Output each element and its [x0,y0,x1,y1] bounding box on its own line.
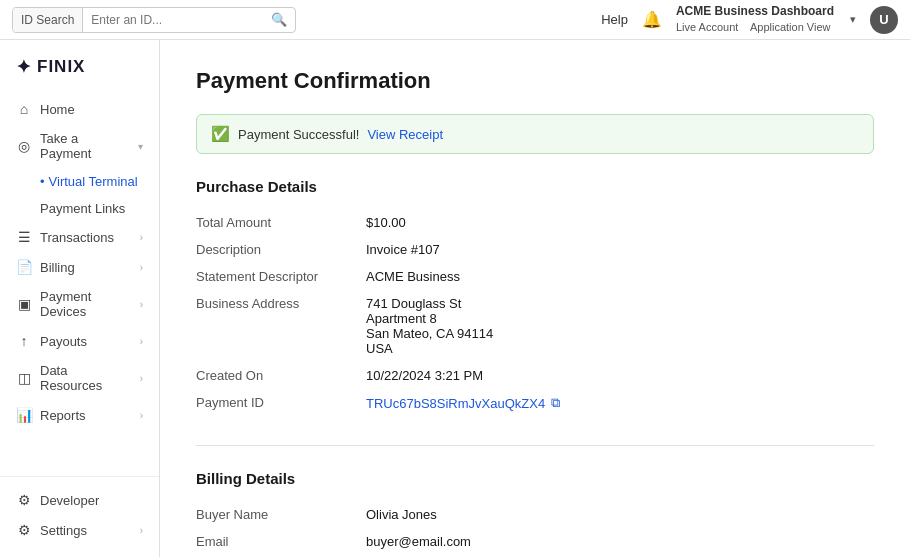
data-resources-chevron-icon: › [140,373,143,384]
help-link[interactable]: Help [601,12,628,27]
field-label-total-amount: Total Amount [196,209,366,236]
sidebar-item-payouts[interactable]: ↑ Payouts › [0,326,159,356]
table-row: Business Address 741 Douglass StApartmen… [196,290,874,362]
data-icon: ◫ [16,370,32,386]
field-value-description: Invoice #107 [366,236,874,263]
transactions-chevron-icon: › [140,232,143,243]
table-row: Email buyer@email.com [196,528,874,555]
copy-icon[interactable]: ⧉ [551,395,560,411]
field-label-email: Email [196,528,366,555]
account-name: ACME Business Dashboard [676,3,834,20]
field-label-created-on: Created On [196,362,366,389]
sidebar-item-settings[interactable]: ⚙ Settings › [0,515,159,545]
field-value-business-address: 741 Douglass StApartment 8San Mateo, CA … [366,290,874,362]
field-label-business-address: Business Address [196,290,366,362]
account-chevron-icon[interactable]: ▾ [850,13,856,26]
live-account-label: Live Account [676,21,738,33]
reports-chevron-icon: › [140,410,143,421]
settings-chevron-icon: › [140,525,143,536]
topbar: ID Search 🔍 Help 🔔 ACME Business Dashboa… [0,0,910,40]
bell-icon[interactable]: 🔔 [642,10,662,29]
sidebar-item-payment-links[interactable]: Payment Links [0,195,159,222]
success-message: Payment Successful! [238,127,359,142]
purchase-details-table: Total Amount $10.00 Description Invoice … [196,209,874,417]
take-a-payment-chevron-icon: ▾ [138,141,143,152]
table-row: Buyer Name Olivia Jones [196,501,874,528]
devices-chevron-icon: › [140,299,143,310]
page-title: Payment Confirmation [196,68,874,94]
sidebar-item-home[interactable]: ⌂ Home [0,94,159,124]
sidebar-label-billing: Billing [40,260,132,275]
sidebar-item-take-a-payment[interactable]: ◎ Take a Payment ▾ [0,124,159,168]
logo: ✦ FINIX [0,52,159,94]
avatar[interactable]: U [870,6,898,34]
devices-icon: ▣ [16,296,32,312]
table-row: Created On 10/22/2024 3:21 PM [196,362,874,389]
main-content: Payment Confirmation ✅ Payment Successfu… [160,40,910,557]
account-info: ACME Business Dashboard Live Account App… [676,3,834,35]
billing-chevron-icon: › [140,262,143,273]
payouts-chevron-icon: › [140,336,143,347]
sidebar-label-reports: Reports [40,408,132,423]
id-search-label: ID Search [13,8,83,32]
billing-details-table: Buyer Name Olivia Jones Email buyer@emai… [196,501,874,557]
transactions-icon: ☰ [16,229,32,245]
sidebar-label-transactions: Transactions [40,230,132,245]
account-sub: Live Account Application View [676,20,834,35]
field-label-statement-descriptor: Statement Descriptor [196,263,366,290]
logo-text: FINIX [37,57,85,77]
table-row: Description Invoice #107 [196,236,874,263]
sidebar-label-home: Home [40,102,143,117]
sidebar-item-billing[interactable]: 📄 Billing › [0,252,159,282]
field-label-buyer-name: Buyer Name [196,501,366,528]
payouts-icon: ↑ [16,333,32,349]
billing-icon: 📄 [16,259,32,275]
sidebar-item-transactions[interactable]: ☰ Transactions › [0,222,159,252]
field-value-statement-descriptor: ACME Business [366,263,874,290]
field-value-buyer-name: Olivia Jones [366,501,874,528]
sidebar-label-data-resources: Data Resources [40,363,132,393]
payment-icon: ◎ [16,138,32,154]
field-label-payment-id: Payment ID [196,389,366,417]
sidebar: ✦ FINIX ⌂ Home ◎ Take a Payment ▾ Virtua… [0,40,160,557]
field-value-payment-id: TRUc67bS8SiRmJvXauQkZX4 ⧉ [366,389,874,417]
field-value-created-on: 10/22/2024 3:21 PM [366,362,874,389]
sidebar-item-payment-devices[interactable]: ▣ Payment Devices › [0,282,159,326]
id-search-input[interactable] [83,8,263,32]
sidebar-item-data-resources[interactable]: ◫ Data Resources › [0,356,159,400]
table-row: Payment ID TRUc67bS8SiRmJvXauQkZX4 ⧉ [196,389,874,417]
sidebar-item-developer[interactable]: ⚙ Developer [0,485,159,515]
sidebar-item-reports[interactable]: 📊 Reports › [0,400,159,430]
reports-icon: 📊 [16,407,32,423]
sidebar-label-settings: Settings [40,523,132,538]
settings-icon: ⚙ [16,522,32,538]
id-search-box[interactable]: ID Search 🔍 [12,7,296,33]
home-icon: ⌂ [16,101,32,117]
view-receipt-link[interactable]: View Receipt [367,127,443,142]
purchase-section-title: Purchase Details [196,178,874,195]
payment-id-text: TRUc67bS8SiRmJvXauQkZX4 [366,396,545,411]
success-check-icon: ✅ [211,125,230,143]
field-label-description: Description [196,236,366,263]
logo-icon: ✦ [16,56,31,78]
sidebar-item-virtual-terminal[interactable]: Virtual Terminal [0,168,159,195]
table-row: Statement Descriptor ACME Business [196,263,874,290]
search-icon: 🔍 [263,12,295,27]
developer-icon: ⚙ [16,492,32,508]
success-banner: ✅ Payment Successful! View Receipt [196,114,874,154]
sidebar-label-developer: Developer [40,493,143,508]
billing-section-title: Billing Details [196,470,874,487]
field-value-email: buyer@email.com [366,528,874,555]
field-value-total-amount: $10.00 [366,209,874,236]
application-view-label: Application View [750,21,831,33]
section-divider [196,445,874,446]
sidebar-label-payouts: Payouts [40,334,132,349]
topbar-right: Help 🔔 ACME Business Dashboard Live Acco… [601,3,898,35]
sidebar-label-take-a-payment: Take a Payment [40,131,130,161]
sidebar-label-payment-devices: Payment Devices [40,289,132,319]
table-row: Total Amount $10.00 [196,209,874,236]
